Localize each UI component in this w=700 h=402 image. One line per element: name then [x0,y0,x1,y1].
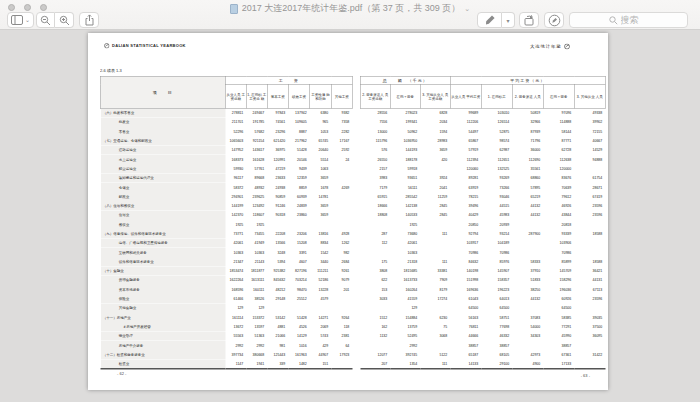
cell: 57682 [246,127,267,136]
cell: 151998 [450,276,481,285]
cell: 70986 [543,248,574,257]
cell: 34303 [512,331,543,340]
cell: 129 [390,303,420,312]
share-button[interactable] [79,12,99,28]
cell: 41559 [390,294,420,303]
pen-icon [484,14,496,26]
cell: 397734 [225,350,246,359]
cell: 58372 [225,183,246,192]
column-header: 其他工资 [331,84,352,108]
cell: 2282 [331,127,352,136]
cell: 25512 [288,294,310,303]
pdf-page: DALIAN STATISTICAL YEARBOOK 大连统计年鉴 2-6 续… [88,33,608,390]
cell: 188178 [390,155,420,164]
cell: 8834 [310,238,332,247]
cell: 89281 [450,173,481,182]
column-header: 工资性津 贴和补贴 [310,84,332,108]
cell: 26550 [360,155,390,164]
cell: 4526 [288,322,310,331]
left-table-body: （六）批发和零售业2788112494679784313794263809382… [100,108,352,368]
document-scroll-area[interactable]: DALIAN STATISTICAL YEARBOOK 大连统计年鉴 2-6 续… [0,31,700,402]
cell: 1811877 [246,266,267,275]
cell: 153372 [246,313,267,322]
markup-pen-button[interactable] [477,12,502,28]
column-header: 在岗＋劳务 [390,84,420,108]
cell: 50819 [512,108,543,117]
cell: 50962 [390,127,420,136]
row-label: 互联网和相关服务 [100,248,225,257]
cell: 420 [420,155,450,164]
cell [360,220,390,229]
cell: 1594 [420,127,450,136]
zoom-in-button[interactable] [55,12,74,28]
cell [331,359,352,368]
sidebar-toggle-button[interactable]: ⌄ [7,12,34,28]
cell: 20939 [481,220,512,229]
markup-toolbar-button[interactable] [544,12,564,28]
cell [574,359,605,368]
search-field[interactable] [569,12,688,28]
table-row: （八）住宿和餐饮业14419912349291246248393659 [100,201,352,210]
column-header: 1. 在岗职工 [481,84,512,108]
cell: 17133 [543,359,574,368]
cell [331,211,352,220]
table-row: 2877368011192794932142879009333918588 [360,229,605,238]
search-input[interactable] [621,15,649,25]
column-header: 基本工资 [267,84,288,108]
cell: 1053 [310,127,332,136]
cell: 201 [331,285,352,294]
cell: 126514 [481,118,512,127]
cell: 17274 [420,294,450,303]
rotate-button[interactable] [519,12,539,28]
table-row: （六）批发和零售业2788112494679784313794263809382 [100,108,352,117]
cell: 24 [331,155,352,164]
row-label: 装卸搬运和运输代理业 [100,173,225,182]
right-table-body: 2855627802368289968910301050819970964933… [360,108,605,368]
cell: 93339 [543,229,574,238]
cell: 6230 [420,313,450,322]
cell: 982 [331,248,352,257]
cell: 73680 [390,229,420,238]
cell: 3808 [360,266,390,275]
title-chevron-down-icon[interactable]: ⌄ [464,6,470,12]
cell: 44666 [450,331,481,340]
cell: 4928 [331,229,352,238]
cell: 158296 [543,276,574,285]
cell: 36095 [574,331,605,340]
table-row: 物业管理5556351363210661412957432381 [100,331,352,340]
cell: 21318 [390,257,420,266]
cell: 380668 [246,350,267,359]
cell: 142370 [225,211,246,220]
cell: 112638 [543,155,574,164]
cell: 94888 [574,155,605,164]
table-row: 1925208502093920818 [360,220,605,229]
cell: 112651 [481,155,512,164]
cell: 153 [360,285,390,294]
rotate-icon [523,14,535,26]
cell: 10363 [225,248,246,257]
left-table-header: 项 目 工 资 从业人员 工资总额 1. 在岗职 工工资总 额 基本工资 绩效工… [100,76,352,108]
cell: 59930 [225,164,246,173]
zoom-out-button[interactable] [36,12,55,28]
cell: 14129 [288,331,310,340]
row-label: （六）批发和零售业 [100,108,225,117]
cell [420,341,450,350]
zoom-in-icon [59,15,70,26]
cell: 51833 [512,276,543,285]
table-row: 批发业211701191785745611096059657358 [100,118,352,127]
row-label: 软件和信息技术服务业 [100,257,225,266]
cell: 68105 [481,350,512,359]
cell: 125443 [267,350,288,359]
cell [331,173,352,182]
cell: 33381 [420,266,450,275]
cell: 4579 [310,294,332,303]
row-label: （十一）房地产业 [100,313,225,322]
table-row: 3808181568533381140198145907379101457093… [360,266,605,275]
markup-pen-dropdown[interactable]: ▾ [502,12,515,28]
cell: 52296 [225,127,246,136]
cell: 60939 [288,192,310,201]
cell: 1036950 [390,136,420,145]
table-caption: 2-6 续表 1-3 [100,68,122,74]
cell [512,238,543,247]
cell: 65745 [310,136,332,145]
